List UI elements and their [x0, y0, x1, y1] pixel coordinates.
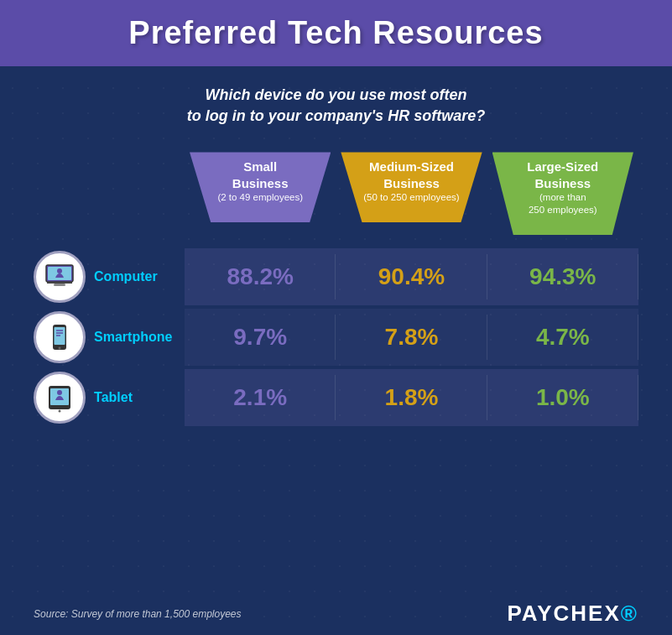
svg-point-3 [57, 268, 62, 273]
svg-point-14 [59, 410, 61, 413]
page-title: Preferred Tech Resources [17, 15, 655, 51]
data-rows: Computer 88.2% 90.4% 94.3% [34, 248, 638, 426]
smartphone-medium-value: 7.8% [336, 309, 487, 366]
row-label-tablet: Tablet [94, 390, 133, 405]
table-row: Smartphone 9.7% 7.8% 4.7% [34, 309, 638, 366]
row-label-smartphone: Smartphone [94, 330, 172, 345]
tablet-medium-value: 1.8% [336, 369, 487, 426]
svg-rect-4 [54, 284, 65, 286]
column-headers: SmallBusiness (2 to 49 employees) Medium… [185, 143, 638, 247]
svg-point-13 [57, 390, 62, 395]
title-banner: Preferred Tech Resources [0, 0, 672, 66]
footer: Source: Survey of more than 1,500 employ… [34, 589, 638, 635]
source-text: Source: Survey of more than 1,500 employ… [34, 608, 241, 620]
subtitle: Which device do you use most oftento log… [154, 66, 518, 135]
main-container: Preferred Tech Resources Which device do… [0, 0, 672, 635]
data-table: SmallBusiness (2 to 49 employees) Medium… [34, 143, 638, 429]
computer-icon [34, 251, 86, 303]
computer-small-value: 88.2% [185, 248, 336, 305]
smartphone-small-value: 9.7% [185, 309, 336, 366]
smartphone-data-cells: 9.7% 7.8% 4.7% [185, 309, 638, 366]
tablet-large-value: 1.0% [487, 369, 638, 426]
row-icon-label-smartphone: Smartphone [34, 311, 185, 363]
col-header-medium: Medium-SizedBusiness (50 to 250 employee… [336, 143, 487, 247]
computer-large-value: 94.3% [487, 248, 638, 305]
paychex-logo: PAYCHEX® [507, 601, 638, 627]
smartphone-icon [34, 311, 86, 363]
row-icon-label-tablet: Tablet [34, 372, 185, 424]
computer-data-cells: 88.2% 90.4% 94.3% [185, 248, 638, 305]
svg-point-10 [59, 347, 61, 350]
tablet-small-value: 2.1% [185, 369, 336, 426]
table-row: Tablet 2.1% 1.8% 1.0% [34, 369, 638, 426]
smartphone-large-value: 4.7% [487, 309, 638, 366]
computer-medium-value: 90.4% [336, 248, 487, 305]
col-header-small: SmallBusiness (2 to 49 employees) [185, 143, 336, 247]
row-label-computer: Computer [94, 269, 158, 284]
col-header-large: Large-SizedBusiness (more than250 employ… [487, 143, 638, 247]
tablet-icon [34, 372, 86, 424]
table-row: Computer 88.2% 90.4% 94.3% [34, 248, 638, 305]
row-icon-label-computer: Computer [34, 251, 185, 303]
tablet-data-cells: 2.1% 1.8% 1.0% [185, 369, 638, 426]
svg-rect-2 [47, 282, 72, 284]
